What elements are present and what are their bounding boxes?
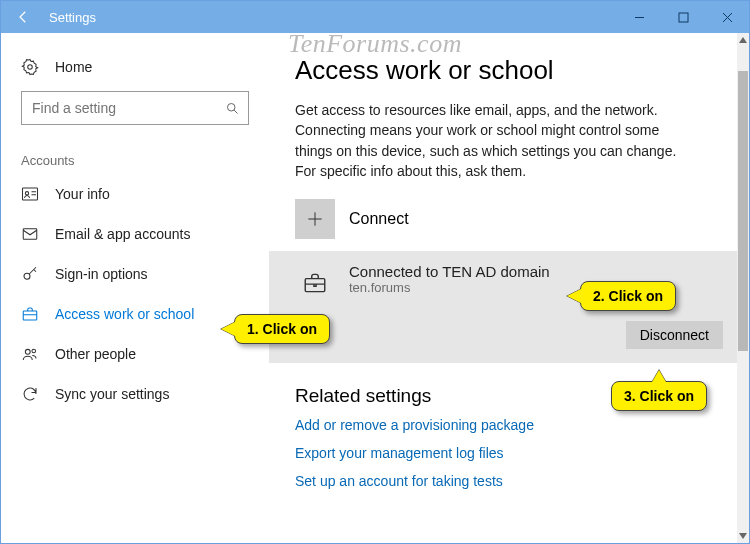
sidebar-item-label: Other people	[55, 346, 136, 362]
sync-icon	[21, 385, 39, 403]
titlebar: Settings	[1, 1, 749, 33]
scrollbar-thumb[interactable]	[738, 71, 748, 351]
sidebar-section-label: Accounts	[1, 135, 269, 174]
svg-point-9	[32, 349, 36, 353]
page-description: Get access to resources like email, apps…	[295, 100, 685, 181]
close-button[interactable]	[705, 1, 749, 33]
link-provisioning[interactable]: Add or remove a provisioning package	[295, 417, 723, 433]
disconnect-button[interactable]: Disconnect	[626, 321, 723, 349]
page-title: Access work or school	[295, 55, 723, 86]
search-icon	[225, 101, 240, 116]
scrollbar[interactable]	[737, 33, 749, 543]
annotation-callout-2: 2. Click on	[580, 281, 676, 311]
connect-label: Connect	[349, 210, 409, 228]
annotation-callout-3: 3. Click on	[611, 381, 707, 411]
account-subtitle: ten.forums	[349, 280, 550, 295]
link-export-logs[interactable]: Export your management log files	[295, 445, 723, 461]
settings-window: Settings Home Accounts Your info	[0, 0, 750, 544]
link-test-account[interactable]: Set up an account for taking tests	[295, 473, 723, 489]
sidebar-item-email[interactable]: Email & app accounts	[1, 214, 269, 254]
svg-point-8	[25, 349, 30, 354]
sidebar-item-label: Sign-in options	[55, 266, 148, 282]
sidebar-home-label: Home	[55, 59, 92, 75]
sidebar-home[interactable]: Home	[1, 47, 269, 87]
sidebar-item-label: Access work or school	[55, 306, 194, 322]
key-icon	[21, 265, 39, 283]
account-title: Connected to TEN AD domain	[349, 263, 550, 280]
connect-button[interactable]: Connect	[295, 199, 723, 239]
plus-icon	[295, 199, 335, 239]
briefcase-icon	[21, 305, 39, 323]
sidebar-item-label: Email & app accounts	[55, 226, 190, 242]
svg-point-2	[228, 103, 236, 111]
people-icon	[21, 345, 39, 363]
svg-point-4	[25, 192, 28, 195]
sidebar-item-sync[interactable]: Sync your settings	[1, 374, 269, 414]
svg-rect-0	[679, 13, 688, 22]
annotation-callout-1: 1. Click on	[234, 314, 330, 344]
sidebar-item-label: Your info	[55, 186, 110, 202]
sidebar-item-your-info[interactable]: Your info	[1, 174, 269, 214]
sidebar-item-signin[interactable]: Sign-in options	[1, 254, 269, 294]
window-title: Settings	[49, 10, 96, 25]
sidebar-item-label: Sync your settings	[55, 386, 169, 402]
mail-icon	[21, 225, 39, 243]
svg-rect-3	[23, 188, 38, 200]
briefcase-icon	[295, 263, 335, 303]
content-pane: Access work or school Get access to reso…	[269, 33, 749, 543]
svg-point-6	[24, 273, 30, 279]
search-input[interactable]	[30, 99, 225, 117]
scrollbar-up-icon[interactable]	[737, 33, 749, 47]
minimize-button[interactable]	[617, 1, 661, 33]
svg-point-1	[28, 65, 33, 70]
maximize-button[interactable]	[661, 1, 705, 33]
back-button[interactable]	[1, 1, 45, 33]
scrollbar-down-icon[interactable]	[737, 529, 749, 543]
search-box[interactable]	[21, 91, 249, 125]
svg-rect-7	[23, 311, 37, 320]
person-card-icon	[21, 185, 39, 203]
gear-icon	[21, 58, 39, 76]
sidebar: Home Accounts Your info Email & app acco…	[1, 33, 269, 543]
svg-rect-5	[23, 229, 37, 240]
svg-rect-10	[305, 279, 325, 292]
sidebar-item-other-people[interactable]: Other people	[1, 334, 269, 374]
